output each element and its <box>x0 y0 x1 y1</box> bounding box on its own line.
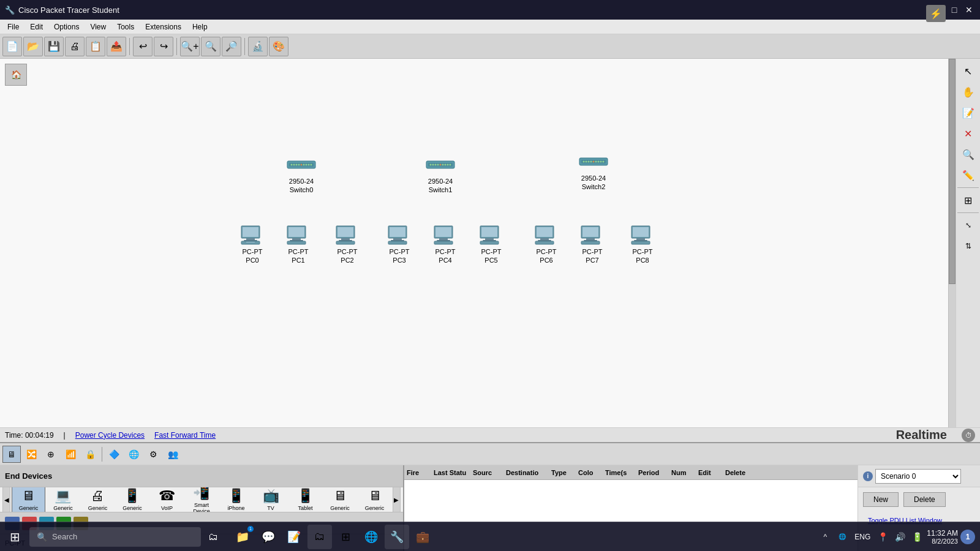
category-end-devices[interactable]: 🖥 <box>2 446 21 463</box>
hand-tool-button[interactable]: ✋ <box>959 82 978 102</box>
save-file-button[interactable]: 💾 <box>44 37 64 56</box>
category-routers[interactable]: 🔷 <box>105 446 123 463</box>
inspect-button[interactable]: 🔬 <box>248 37 268 56</box>
device-generic-5[interactable]: 🖥 Generic <box>323 487 357 512</box>
taskbar-zoom[interactable]: 💬 <box>256 525 281 549</box>
tray-volume[interactable]: 🔊 <box>892 530 907 544</box>
taskbar-cisco[interactable]: 💼 <box>410 525 435 549</box>
device-smart[interactable]: 📲 Smart Device <box>185 487 219 512</box>
device-tablet[interactable]: 📱 Tablet <box>288 487 322 512</box>
print-button[interactable]: 🖨 <box>65 37 85 56</box>
device-generic-2[interactable]: 💻 Generic <box>47 487 80 512</box>
scroll-right-button[interactable]: ▶ <box>393 487 401 512</box>
annotate-tool-button[interactable]: ✏️ <box>959 165 978 185</box>
close-button[interactable]: ✕ <box>963 4 975 16</box>
undo-button[interactable]: ↩ <box>133 37 153 56</box>
device-generic-pc[interactable]: 🖥 Generic <box>12 487 45 512</box>
power-cycle-link[interactable]: Power Cycle Devices <box>75 431 145 440</box>
device-generic-4[interactable]: 📱 Generic <box>116 487 149 512</box>
tray-expand[interactable]: ^ <box>818 530 832 544</box>
taskbar-file-explorer[interactable]: 📁 1 <box>230 525 255 549</box>
category-wan[interactable]: 🌐 <box>124 446 143 463</box>
zoom-custom-button[interactable]: 🔍 <box>201 37 221 56</box>
pc8[interactable]: PC-PT PC8 <box>628 224 657 265</box>
menu-item-extensions[interactable]: Extensions <box>140 21 186 32</box>
taskbar-edge[interactable]: 🌐 <box>359 525 383 549</box>
clock-display[interactable]: 11:32 AM 8/2/2023 <box>927 529 958 545</box>
tray-battery[interactable]: 🔋 <box>910 530 924 544</box>
new-scenario-button[interactable]: New <box>863 492 899 507</box>
svg-point-8 <box>306 164 307 166</box>
pc0[interactable]: PC-PT PC0 <box>238 224 267 265</box>
open-file-button[interactable]: 📂 <box>23 37 43 56</box>
palette-button[interactable]: 🎨 <box>269 37 288 56</box>
start-button[interactable]: ⊞ <box>0 522 29 552</box>
delete-scenario-button[interactable]: Delete <box>903 492 946 507</box>
menu-item-file[interactable]: File <box>2 21 24 32</box>
device-generic-3[interactable]: 🖨 Generic <box>81 487 115 512</box>
tablet-icon: 📱 <box>297 488 314 504</box>
scenario-dropdown[interactable]: Scenario 0 <box>875 469 961 484</box>
scroll-left-button[interactable]: ◀ <box>2 487 10 512</box>
category-custom[interactable]: ⚙ <box>144 446 162 463</box>
svg-point-20 <box>447 164 449 166</box>
pc5[interactable]: PC-PT PC5 <box>477 224 506 265</box>
move-tool-button[interactable]: ⇅ <box>959 236 978 256</box>
resize-tool-button[interactable]: ⤡ <box>959 216 978 235</box>
menu-item-tools[interactable]: Tools <box>112 21 139 32</box>
delete-tool-button[interactable]: ✕ <box>959 124 978 143</box>
pc3[interactable]: PC-PT PC3 <box>385 224 414 265</box>
category-wireless[interactable]: 📶 <box>61 446 80 463</box>
menu-item-options[interactable]: Options <box>49 21 84 32</box>
tray-network[interactable]: 🌐 <box>835 530 850 544</box>
switch2[interactable]: 2950-24 Switch2 <box>579 151 608 192</box>
vertical-scrollbar[interactable] <box>948 59 956 435</box>
category-multiuser[interactable]: 👥 <box>164 446 182 463</box>
pc6[interactable]: PC-PT PC6 <box>532 224 561 265</box>
main-canvas[interactable]: 🏠 2950-24 Sw <box>0 59 956 435</box>
category-switches[interactable]: 🔀 <box>22 446 40 463</box>
select-tool-button[interactable]: ↖ <box>959 61 978 81</box>
pc4[interactable]: PC-PT PC4 <box>431 224 460 265</box>
export-button[interactable]: 📤 <box>107 37 126 56</box>
pc2[interactable]: PC-PT PC2 <box>333 224 362 265</box>
taskbar-files[interactable]: 🗂 <box>307 525 332 549</box>
home-icon[interactable]: 🏠 <box>5 64 27 86</box>
zoom-in-button[interactable]: 🔍+ <box>180 37 200 56</box>
taskbar-packet-tracer[interactable]: 🔧 <box>385 525 409 549</box>
svg-rect-35 <box>246 238 255 240</box>
switch0[interactable]: 2950-24 Switch0 <box>287 154 316 195</box>
device-generic-6[interactable]: 🖥 Generic <box>358 487 391 512</box>
redo-button[interactable]: ↪ <box>154 37 173 56</box>
notification-center[interactable]: 1 <box>960 530 975 544</box>
v-scrollbar-thumb[interactable] <box>949 59 956 284</box>
tablet-label: Tablet <box>298 505 313 511</box>
lang-indicator[interactable]: ENG <box>852 533 873 541</box>
taskbar-apps-grid[interactable]: ⊞ <box>333 525 358 549</box>
lightning-icon[interactable]: ⚡ <box>926 5 946 22</box>
copy-button[interactable]: 📋 <box>86 37 105 56</box>
search-tool-button[interactable]: 🔍 <box>959 144 978 164</box>
taskbar-code[interactable]: 📝 <box>282 525 306 549</box>
zoom-out-button[interactable]: 🔎 <box>222 37 241 56</box>
search-bar[interactable]: 🔍 Search <box>29 527 201 547</box>
task-view-button[interactable]: 🗂 <box>201 522 225 552</box>
switch1[interactable]: 2950-24 Switch1 <box>426 154 455 195</box>
new-file-button[interactable]: 📄 <box>2 37 22 56</box>
menu-item-help[interactable]: Help <box>187 21 213 32</box>
pc7[interactable]: PC-PT PC7 <box>578 224 607 265</box>
category-security[interactable]: 🔒 <box>81 446 99 463</box>
menu-item-view[interactable]: View <box>85 21 111 32</box>
menu-item-edit[interactable]: Edit <box>25 21 48 32</box>
category-hubs[interactable]: ⊕ <box>42 446 60 463</box>
tray-location[interactable]: 📍 <box>875 530 890 544</box>
generic3-label: Generic <box>88 505 108 511</box>
fast-forward-link[interactable]: Fast Forward Time <box>154 431 216 440</box>
grid-tool-button[interactable]: ⊞ <box>959 190 978 210</box>
device-voip[interactable]: ☎ VoIP <box>150 487 184 512</box>
device-tv[interactable]: 📺 TV <box>254 487 288 512</box>
note-tool-button[interactable]: 📝 <box>959 103 978 122</box>
maximize-button[interactable]: □ <box>948 4 960 16</box>
pc1[interactable]: PC-PT PC1 <box>284 224 313 265</box>
device-iphone[interactable]: 📱 iPhone <box>219 487 253 512</box>
